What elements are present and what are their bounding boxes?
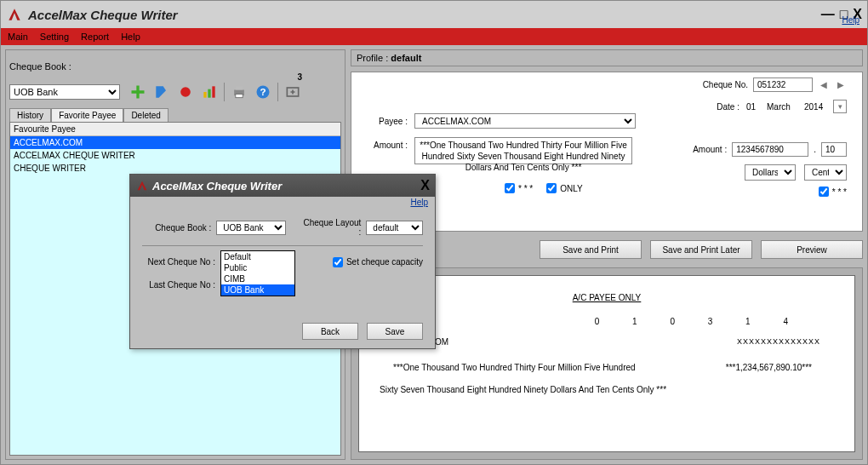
dialog-help-link[interactable]: Help <box>130 197 435 208</box>
counter-badge: 3 <box>297 72 302 82</box>
modal-last-label: Last Cheque No : <box>142 280 215 290</box>
modal-next-label: Next Cheque No : <box>142 257 215 267</box>
svg-rect-6 <box>236 95 243 98</box>
add-button[interactable] <box>127 81 149 103</box>
currency-unit-select[interactable]: Dollars <box>745 164 796 181</box>
preview-words-2: Sixty Seven Thousand Eight Hundred Ninet… <box>380 385 666 394</box>
list-header: Favourite Payee <box>10 123 340 136</box>
cheque-book-select[interactable]: UOB Bank <box>9 84 120 100</box>
save-print-button[interactable]: Save and Print <box>540 240 642 259</box>
preview-xline: XXXXXXXXXXXXXX <box>737 337 820 346</box>
date-day[interactable] <box>743 100 760 113</box>
cheque-no-input[interactable] <box>753 78 813 92</box>
stars-checkbox[interactable]: * * * <box>505 183 533 193</box>
dropdown-option[interactable]: UOB Bank <box>221 284 294 296</box>
titlebar: AccelMax Cheque Writer — □ X Help <box>1 1 867 28</box>
print-button[interactable] <box>228 81 250 103</box>
preview-button[interactable]: Preview <box>761 240 863 259</box>
menu-report[interactable]: Report <box>81 32 109 42</box>
app-title: AccelMax Cheque Writer <box>28 8 178 22</box>
date-picker-icon[interactable]: ▾ <box>833 100 847 113</box>
dropdown-option[interactable]: Public <box>221 262 294 273</box>
cheque-book-dropdown-list: Default Public CIMB UOB Bank <box>220 250 295 296</box>
stars-right-checkbox[interactable]: * * * <box>819 187 847 197</box>
date-label: Date : <box>717 102 740 112</box>
list-item[interactable]: ACCELMAX.COM <box>10 136 340 149</box>
dropdown-option[interactable]: Default <box>221 251 294 262</box>
profile-value: default <box>391 53 421 63</box>
amount-words-label: Amount : <box>365 137 408 150</box>
preview-words-1: ***One Thousand Two Hundred Thirty Four … <box>393 363 636 372</box>
dropdown-option[interactable]: CIMB <box>221 273 294 284</box>
set-capacity-checkbox[interactable]: Set cheque capacity <box>333 257 423 267</box>
ac-payee-label: A/C PAYEE ONLY <box>573 293 642 302</box>
dialog-close-icon[interactable]: X <box>420 178 430 193</box>
menu-main[interactable]: Main <box>8 32 28 42</box>
chart-button[interactable] <box>198 81 220 103</box>
cheque-no-label: Cheque No. <box>703 80 748 89</box>
modal-cheque-layout-label: Cheque Layout : <box>302 218 361 237</box>
dialog-logo-icon <box>135 179 149 192</box>
amount-words: ***One Thousand Two Hundred Thirty Four … <box>414 137 632 164</box>
modal-cheque-book-select[interactable]: UOB Bank <box>216 221 286 235</box>
tab-deleted[interactable]: Deleted <box>123 108 168 122</box>
modal-cheque-book-label: Cheque Book : <box>142 223 211 232</box>
dialog-back-button[interactable]: Back <box>302 323 358 340</box>
svg-text:?: ? <box>260 86 266 97</box>
dialog-title: AccelMax Cheque Writer <box>152 180 282 192</box>
date-month[interactable] <box>763 100 797 113</box>
preview-amount-num: ***1,234,567,890.10*** <box>726 363 812 372</box>
menu-help[interactable]: Help <box>121 32 140 42</box>
list-item[interactable]: CHEQUE WRITER <box>10 162 340 175</box>
svg-rect-3 <box>212 86 214 97</box>
amount-num-input[interactable] <box>732 142 808 157</box>
app-logo-icon <box>6 6 23 23</box>
prev-cheque-icon[interactable]: ◀ <box>818 79 830 91</box>
payee-select[interactable]: ACCELMAX.COM <box>414 113 636 129</box>
profile-bar: Profile : default <box>351 49 863 66</box>
date-digits: 0 1 0 3 1 4 <box>595 317 803 326</box>
cents-unit-select[interactable]: Cents <box>804 164 847 181</box>
help-icon-button[interactable]: ? <box>252 81 274 103</box>
profile-label: Profile : <box>357 53 388 63</box>
cheque-book-dialog: AccelMax Cheque Writer X Help Cheque Boo… <box>129 174 436 349</box>
payee-label: Payee : <box>365 113 408 126</box>
tab-history[interactable]: History <box>9 108 51 122</box>
tab-favorite-payee[interactable]: Favorite Payee <box>51 108 123 122</box>
menubar: Main Setting Report Help <box>1 28 867 45</box>
svg-rect-1 <box>203 92 206 98</box>
minimize-button[interactable]: — <box>821 7 835 22</box>
amount-num-label: Amount : <box>693 145 727 154</box>
help-link[interactable]: Help <box>842 15 859 25</box>
only-checkbox[interactable]: ONLY <box>546 183 583 193</box>
date-year[interactable] <box>801 100 830 113</box>
cheque-book-label: Cheque Book : <box>9 61 71 72</box>
menu-setting[interactable]: Setting <box>40 32 69 42</box>
edit-button[interactable] <box>151 81 173 103</box>
svg-rect-5 <box>236 86 243 89</box>
record-button[interactable] <box>174 81 197 103</box>
modal-cheque-layout-select[interactable]: default <box>366 221 423 235</box>
dialog-save-button[interactable]: Save <box>367 323 423 340</box>
export-button[interactable] <box>282 81 304 103</box>
list-item[interactable]: ACCELMAX CHEQUE WRITER <box>10 149 340 162</box>
save-later-button[interactable]: Save and Print Later <box>650 240 752 259</box>
next-cheque-icon[interactable]: ▶ <box>835 79 847 91</box>
svg-rect-2 <box>208 89 210 98</box>
svg-point-0 <box>180 87 191 97</box>
cents-input[interactable] <box>821 142 847 157</box>
